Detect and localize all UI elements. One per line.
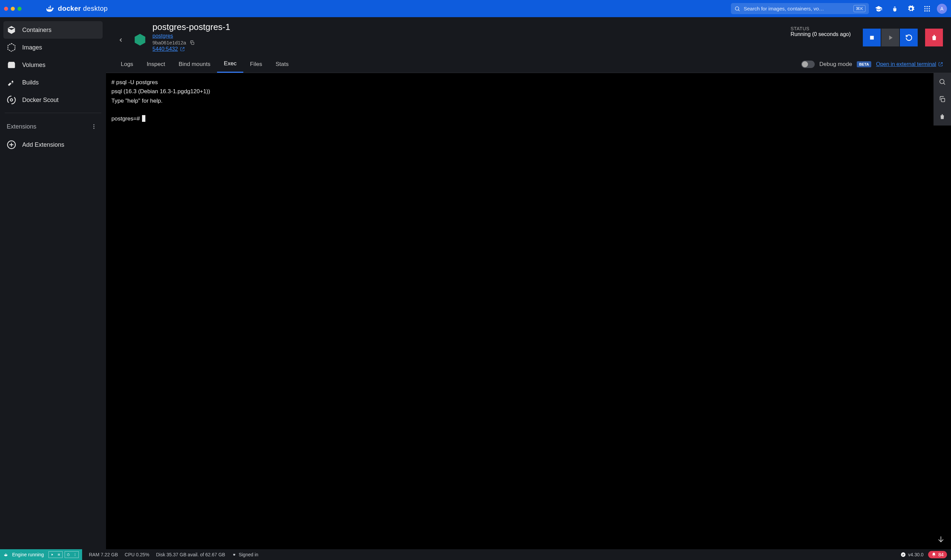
learning-center-button[interactable] [872,2,885,15]
signed-in-status[interactable]: Signed in [232,552,258,557]
volumes-icon [7,60,16,70]
terminal-copy-button[interactable] [934,91,951,108]
svg-point-1 [925,6,926,7]
sidebar-label: Docker Scout [22,97,58,104]
tab-logs[interactable]: Logs [114,56,140,72]
more-vertical-icon [91,123,97,129]
engine-pause-button[interactable] [55,552,62,558]
power-icon [67,553,70,556]
apps-grid-button[interactable] [921,2,934,15]
search-shortcut: ⌘K [853,5,866,12]
disk-stat: Disk 35.37 GB avail. of 62.67 GB [156,552,225,557]
notifications-badge[interactable]: 84 [928,551,947,558]
container-port-link[interactable]: 5440:5432 [152,46,185,52]
arrow-down-icon [937,535,945,543]
debug-mode-toggle[interactable] [801,61,815,68]
container-detail-info: postgres-postgres-1 postgres 9ba061e1d12… [152,22,230,52]
back-button[interactable] [114,33,128,47]
gear-icon [907,5,915,12]
grid-icon [923,5,931,12]
engine-power-button[interactable] [65,552,72,558]
engine-play-pause[interactable] [48,551,63,558]
tab-inspect[interactable]: Inspect [140,56,172,72]
delete-button[interactable] [925,29,943,46]
restart-button[interactable] [900,29,918,46]
start-button[interactable] [881,29,899,46]
tab-stats[interactable]: Stats [269,56,295,72]
svg-point-24 [75,555,75,556]
svg-rect-16 [870,36,874,39]
engine-more-button[interactable] [72,552,78,558]
search-icon [939,78,946,86]
sidebar-item-volumes[interactable]: Volumes [3,56,103,74]
terminal-clear-button[interactable] [934,108,951,126]
terminal-line: psql (16.3 (Debian 16.3-1.pgdg120+1)) [111,88,210,95]
engine-play-button[interactable] [49,552,55,558]
svg-point-11 [94,124,95,125]
scroll-to-bottom-button[interactable] [935,533,947,545]
bug-icon [891,5,899,12]
sidebar-item-containers[interactable]: Containers [3,21,103,39]
tab-exec[interactable]: Exec [217,55,243,73]
sidebar-item-add-extensions[interactable]: Add Extensions [3,136,103,154]
open-external-terminal-link[interactable]: Open in external terminal [876,61,943,67]
engine-status[interactable]: Engine running [0,549,82,560]
svg-point-23 [75,554,75,555]
engine-status-text: Engine running [12,552,44,557]
svg-point-10 [11,99,13,101]
window-maximize-button[interactable] [17,7,22,11]
sidebar-item-docker-scout[interactable]: Docker Scout [3,91,103,109]
container-name: postgres-postgres-1 [152,22,230,32]
tab-bind-mounts[interactable]: Bind mounts [172,56,217,72]
container-detail-header: postgres-postgres-1 postgres 9ba061e1d12… [106,17,951,55]
user-avatar[interactable]: A [937,4,947,14]
traffic-lights [4,7,22,11]
svg-point-5 [926,8,928,9]
exec-terminal[interactable]: # psql -U postgres psql (16.3 (Debian 16… [106,73,951,549]
tab-files[interactable]: Files [243,56,269,72]
play-icon [887,34,894,42]
svg-point-13 [94,128,95,129]
search-placeholder: Search for images, containers, vo… [744,6,851,11]
version-indicator[interactable]: v4.30.0 [900,552,923,557]
svg-point-0 [735,7,739,11]
copy-icon [939,95,946,103]
window-close-button[interactable] [4,7,8,11]
bug-report-button[interactable] [888,2,901,15]
global-search[interactable]: Search for images, containers, vo… ⌘K [731,3,869,14]
container-image-link[interactable]: postgres [152,33,173,39]
engine-power-more[interactable] [65,551,79,558]
sidebar-item-builds[interactable]: Builds [3,74,103,91]
extensions-label: Extensions [7,123,36,130]
terminal-search-button[interactable] [934,73,951,91]
svg-rect-15 [191,42,194,45]
search-icon [734,6,740,12]
resource-stats: RAM 7.22 GB CPU 0.25% Disk 35.37 GB avai… [82,552,232,557]
status-value: Running (0 seconds ago) [791,31,851,37]
cpu-stat: CPU 0.25% [125,552,149,557]
beta-badge: BETA [857,61,871,67]
terminal-prompt: postgres=# [111,115,142,122]
svg-point-22 [75,553,75,554]
sidebar-item-images[interactable]: Images [3,39,103,56]
titlebar: docker desktop Search for images, contai… [0,0,951,17]
wrench-icon [7,78,16,87]
container-hash: 9ba061e1d12a [152,40,186,45]
stop-button[interactable] [863,29,881,46]
svg-rect-20 [59,554,60,555]
terminal-line: Type "help" for help. [111,98,163,104]
sidebar-divider [5,113,101,113]
copy-icon[interactable] [189,40,195,45]
sidebar-label: Volumes [22,62,45,69]
whale-icon [45,5,54,13]
svg-point-17 [940,79,944,84]
svg-point-3 [929,6,930,7]
container-status: STATUS Running (0 seconds ago) [791,26,851,37]
extensions-more-button[interactable] [89,121,99,132]
check-circle-icon [900,552,906,557]
chevron-left-icon [118,37,124,43]
window-minimize-button[interactable] [11,7,15,11]
sidebar-label: Add Extensions [22,142,64,148]
version-text: v4.30.0 [908,552,923,557]
settings-button[interactable] [905,2,917,15]
